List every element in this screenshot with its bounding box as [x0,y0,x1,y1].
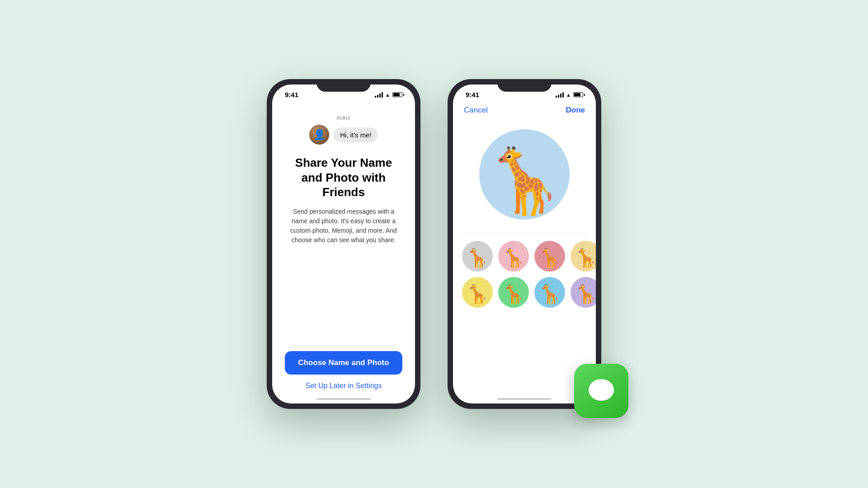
home-indicator-1 [316,398,371,400]
message-preview: Ankur 👤 Hi, it's me! [309,115,378,145]
main-title: Share Your Name and Photo with Friends [285,155,402,200]
phone-1: 9:41 ▲ Ankur [267,79,420,409]
notch-1 [316,79,371,92]
avatar-grid: 🦒 🦒 🦒 🦒 🦒 🦒 🦒 🦒 [453,241,596,308]
cancel-button[interactable]: Cancel [464,106,488,115]
divider [462,233,587,234]
avatar-option-1[interactable]: 🦒 [462,241,493,272]
avatar-option-3[interactable]: 🦒 [534,241,565,272]
app-icon-container [574,364,628,418]
avatar-large-container: 🦒 [453,120,596,233]
avatar-option-7[interactable]: 🦒 [534,277,565,308]
battery-icon-1 [392,92,402,97]
avatar-face: 👤 [309,125,329,145]
phone-2: 9:41 ▲ Cancel [448,79,601,409]
status-icons-1: ▲ [375,92,402,98]
messages-app-icon[interactable] [574,364,628,418]
setup-later-link[interactable]: Set Up Later in Settings [306,382,382,390]
signal-icon-1 [375,92,383,98]
avatar-option-6[interactable]: 🦒 [498,277,529,308]
avatar-option-8[interactable]: 🦒 [571,277,596,308]
phone-2-content: Cancel Done 🦒 🦒 🦒 🦒 🦒 🦒 [453,101,596,404]
phone-1-screen: 9:41 ▲ Ankur [272,84,415,404]
main-description: Send personalized messages with a name a… [285,207,402,245]
status-time-2: 9:41 [466,91,479,99]
choose-name-photo-button[interactable]: Choose Name and Photo [285,351,402,375]
wifi-icon-2: ▲ [566,92,571,98]
scene: 9:41 ▲ Ankur [267,79,601,409]
giraffe-memoji-large: 🦒 [485,150,564,213]
home-indicator-2 [497,398,552,400]
phone-1-content: Ankur 👤 Hi, it's me! Share Your Name and… [272,101,415,404]
cta-section: Choose Name and Photo Set Up Later in Se… [285,351,402,390]
message-bubble: Hi, it's me! [334,127,378,142]
avatar-option-2[interactable]: 🦒 [498,241,529,272]
avatar-option-5[interactable]: 🦒 [462,277,493,308]
avatar-large[interactable]: 🦒 [479,129,570,220]
battery-icon-2 [573,92,583,97]
sender-name: Ankur [336,115,350,121]
message-row: 👤 Hi, it's me! [309,125,378,145]
avatar: 👤 [309,125,329,145]
nav-bar: Cancel Done [453,101,596,120]
status-time-1: 9:41 [285,91,298,99]
status-icons-2: ▲ [556,92,583,98]
wifi-icon-1: ▲ [385,92,390,98]
done-button[interactable]: Done [566,106,585,115]
signal-icon-2 [556,92,564,98]
phone-2-screen: 9:41 ▲ Cancel [453,84,596,404]
messages-speech-bubble-icon [585,375,618,407]
avatar-option-4[interactable]: 🦒 [571,241,596,272]
notch-2 [497,79,552,92]
